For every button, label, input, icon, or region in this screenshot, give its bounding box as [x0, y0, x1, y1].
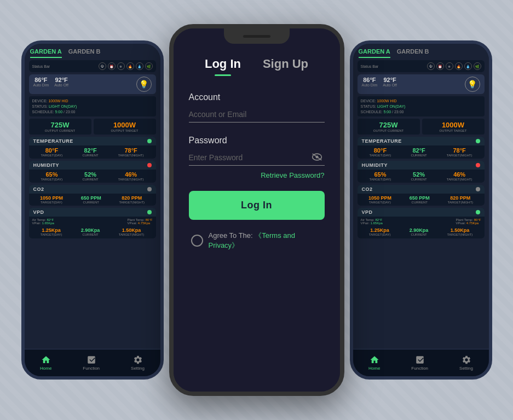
temp-day-label-right: TARGET(DAY) [370, 154, 391, 157]
vpd-info-right: Air Temp: 82°FVPair: 1.65Kpa Plant Temp:… [358, 217, 485, 226]
login-tabs: Log In Sign Up [174, 46, 340, 81]
temp-cur-left: 82°F CURRENT [82, 147, 98, 157]
terms-checkbox[interactable] [191, 235, 203, 247]
power-icon-right: ⏻ [427, 62, 435, 70]
signup-tab-label[interactable]: Sign Up [263, 57, 308, 74]
temp-title-left: TEMPERATURE [33, 138, 73, 144]
humidity-title-left: HUMIDITY [33, 162, 60, 168]
nav-setting-left[interactable]: Setting [131, 355, 145, 371]
temp-night-right: 78°F TARGET(NIGHT) [447, 147, 472, 157]
vpd-header-right: VPD [358, 208, 485, 217]
co2-header-right: CO2 [358, 185, 485, 194]
signup-tab[interactable]: Sign Up [263, 57, 308, 76]
nav-home-right[interactable]: Home [368, 355, 380, 371]
output-row-left: 725W OUTPUT CURRENT 1000W OUTPUT TARGET [29, 119, 156, 135]
humidity-day-val-left: 65% [41, 171, 63, 178]
temp-day-label-left: TARGET(DAY) [41, 154, 63, 157]
vpd-values-right: 1.25Kpa TARGET(DAY) 2.90Kpa CURRENT 1.50… [358, 226, 485, 238]
temp-section-right: TEMPERATURE 80°F TARGET(DAY) 82°F CURREN… [358, 137, 485, 159]
output-target-left: 1000W OUTPUT TARGET [94, 119, 156, 135]
temp-off-right: 92°F Auto Off [383, 77, 397, 92]
vpd-night-left: 1.50Kpa TARGET(NIGHT) [119, 228, 145, 236]
clock-icon-left: ⏰ [108, 62, 116, 70]
temp-cur-right: 82°F CURRENT [411, 147, 426, 157]
nav-setting-right[interactable]: Setting [459, 355, 473, 371]
vpd-info-left: Air Temp: 82°FVPair: 1.65Kpa Plant Temp:… [29, 217, 156, 226]
vpd-cur-label-left: CURRENT [81, 233, 100, 236]
login-tab-label[interactable]: Log In [205, 57, 241, 74]
nav-function-label-right: Function [411, 366, 428, 371]
side-tabs-right: GARDEN A GARDEN B [353, 44, 489, 60]
phone-center: Log In Sign Up Account Password [169, 24, 344, 396]
leaf-icon-right: 🌿 [474, 62, 481, 70]
nav-home-label-right: Home [368, 366, 380, 371]
vpd-section-right: VPD Air Temp: 82°FVPair: 1.65Kpa Plant T… [358, 208, 485, 238]
password-input[interactable] [189, 150, 325, 166]
humidity-night-label-left: TARGET(NIGHT) [118, 178, 144, 181]
home-icon-right [370, 355, 379, 365]
nav-home-label-left: Home [40, 366, 51, 371]
vpd-header-left: VPD [29, 208, 156, 217]
device-text-left: DEVICE: 1000W HID STATUS: LIGHT ON(DAY) … [32, 98, 153, 114]
retrieve-password: Retrieve Password? [189, 170, 325, 180]
humidity-day-left: 65% TARGET(DAY) [41, 171, 63, 181]
humidity-cur-val-right: 52% [411, 171, 426, 178]
home-icon-left [41, 355, 51, 365]
vpd-day-label-right: TARGET(DAY) [369, 233, 391, 236]
account-input[interactable] [189, 107, 325, 122]
humidity-dot-right [476, 163, 480, 167]
terms-text: Agree To The: 《Terms and Privacy》 [209, 231, 322, 250]
temp-cur-label-left: CURRENT [82, 154, 98, 157]
retrieve-link[interactable]: Retrieve Password? [261, 171, 324, 179]
garden-b-tab-left[interactable]: GARDEN B [68, 48, 101, 58]
temp-night-val-left: 78°F [118, 147, 144, 154]
garden-a-tab-left[interactable]: GARDEN A [30, 48, 62, 58]
power-icon-left: ⏻ [99, 62, 106, 70]
vpd-title-left: VPD [33, 209, 44, 215]
temp-values-left: 80°F TARGET(DAY) 82°F CURRENT 78°F TARGE… [29, 145, 156, 159]
nav-function-right[interactable]: Function [411, 355, 428, 371]
login-tab[interactable]: Log In [205, 57, 241, 76]
vpd-cur-right: 2.90Kpa CURRENT [410, 228, 429, 236]
eye-icon[interactable] [312, 153, 322, 163]
phone-right: GARDEN A GARDEN B Status Bar ⏻ ⏰ ❄ 🔥 💧 🌿… [350, 40, 492, 380]
terms-prefix: Agree To The: [209, 231, 255, 240]
co2-night-right: 820 PPM TARGET(NIGHT) [448, 195, 474, 204]
snow-icon-left: ❄ [117, 62, 125, 70]
output-target-val-right: 1000W [424, 121, 482, 129]
temp-dim-left: 86°F Auto Dim [33, 77, 49, 92]
output-current-label-left: OUTPUT CURRENT [31, 129, 89, 132]
humidity-day-label-left: TARGET(DAY) [41, 178, 63, 181]
nav-home-left[interactable]: Home [40, 355, 51, 371]
phones-container: GARDEN A GARDEN B Status Bar ⏻ ⏰ ❄ 🔥 💧 🌿 [10, 8, 503, 412]
function-icon-left [87, 355, 96, 365]
co2-cur-left: 650 PPM CURRENT [81, 195, 101, 204]
vpd-title-right: VPD [362, 209, 373, 215]
humidity-title-right: HUMIDITY [362, 162, 388, 168]
garden-b-tab-right[interactable]: GARDEN B [397, 48, 429, 58]
notch [224, 28, 290, 44]
co2-day-label-left: TARGET(DAY) [40, 201, 63, 204]
garden-a-tab-right[interactable]: GARDEN A [359, 48, 390, 58]
bulb-icon-left: 💡 [136, 77, 152, 92]
output-target-right: 1000W OUTPUT TARGET [422, 119, 485, 135]
password-input-wrapper [189, 150, 325, 166]
vpd-cur-val-left: 2.90Kpa [81, 228, 100, 233]
droplet-icon-left: 💧 [136, 62, 143, 70]
speaker [243, 35, 270, 38]
humidity-header-right: HUMIDITY [358, 161, 485, 170]
humidity-cur-label-left: CURRENT [82, 178, 98, 181]
temp-day-val-right: 80°F [370, 147, 391, 154]
login-button[interactable]: Log In [189, 191, 325, 220]
co2-night-val-left: 820 PPM [119, 195, 145, 201]
output-target-val-left: 1000W [96, 121, 154, 129]
vpd-section-left: VPD Air Temp: 82°FVPair: 1.65Kpa Plant T… [29, 208, 156, 238]
fire-icon-right: 🔥 [455, 62, 463, 70]
status-icons-right: ⏻ ⏰ ❄ 🔥 💧 🌿 [427, 62, 481, 70]
nav-function-left[interactable]: Function [83, 355, 100, 371]
temp-day-right: 80°F TARGET(DAY) [370, 147, 391, 157]
humidity-cur-label-right: CURRENT [411, 178, 426, 181]
output-row-right: 725W OUTPUT CURRENT 1000W OUTPUT TARGET [358, 119, 485, 135]
humidity-cur-left: 52% CURRENT [82, 171, 98, 181]
temp-off-val-left: 92°F [54, 77, 68, 83]
